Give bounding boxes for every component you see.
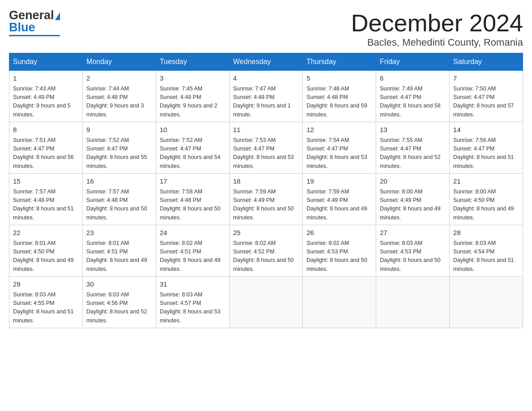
calendar-day-cell: 1Sunrise: 7:43 AMSunset: 4:49 PMDaylight… — [9, 71, 83, 122]
calendar-day-cell: 5Sunrise: 7:48 AMSunset: 4:48 PMDaylight… — [303, 71, 376, 122]
calendar-day-cell: 24Sunrise: 8:02 AMSunset: 4:51 PMDayligh… — [156, 225, 229, 277]
day-number: 10 — [160, 125, 226, 135]
day-number: 11 — [233, 125, 299, 135]
calendar-table: SundayMondayTuesdayWednesdayThursdayFrid… — [9, 53, 523, 328]
day-info: Sunrise: 7:43 AMSunset: 4:49 PMDaylight:… — [13, 85, 79, 120]
day-number: 29 — [13, 279, 79, 290]
calendar-day-cell: 7Sunrise: 7:50 AMSunset: 4:47 PMDaylight… — [450, 71, 523, 122]
calendar-day-cell: 17Sunrise: 7:58 AMSunset: 4:48 PMDayligh… — [156, 174, 229, 225]
weekday-header-wednesday: Wednesday — [229, 53, 303, 71]
weekday-header-thursday: Thursday — [303, 53, 376, 71]
calendar-week-row: 22Sunrise: 8:01 AMSunset: 4:50 PMDayligh… — [9, 225, 523, 277]
day-info: Sunrise: 7:49 AMSunset: 4:47 PMDaylight:… — [380, 85, 446, 120]
calendar-week-row: 15Sunrise: 7:57 AMSunset: 4:48 PMDayligh… — [9, 174, 523, 225]
calendar-day-cell — [376, 277, 450, 328]
day-number: 30 — [86, 279, 152, 290]
day-info: Sunrise: 7:48 AMSunset: 4:48 PMDaylight:… — [306, 85, 372, 120]
calendar-day-cell: 9Sunrise: 7:52 AMSunset: 4:47 PMDaylight… — [82, 122, 156, 174]
month-title: December 2024 — [351, 9, 523, 37]
weekday-header-friday: Friday — [376, 53, 450, 71]
day-info: Sunrise: 8:00 AMSunset: 4:50 PMDaylight:… — [453, 188, 519, 223]
page-header: General Blue December 2024 Bacles, Mehed… — [9, 9, 523, 48]
day-info: Sunrise: 7:52 AMSunset: 4:47 PMDaylight:… — [86, 136, 152, 171]
day-info: Sunrise: 8:03 AMSunset: 4:57 PMDaylight:… — [160, 291, 226, 325]
calendar-day-cell: 6Sunrise: 7:49 AMSunset: 4:47 PMDaylight… — [376, 71, 450, 122]
day-number: 8 — [13, 125, 79, 135]
day-number: 4 — [233, 73, 299, 84]
day-info: Sunrise: 8:03 AMSunset: 4:55 PMDaylight:… — [13, 291, 79, 325]
calendar-day-cell: 10Sunrise: 7:52 AMSunset: 4:47 PMDayligh… — [156, 122, 229, 174]
day-number: 24 — [160, 228, 226, 238]
day-info: Sunrise: 8:03 AMSunset: 4:53 PMDaylight:… — [380, 239, 446, 274]
day-info: Sunrise: 7:45 AMSunset: 4:48 PMDaylight:… — [160, 85, 226, 120]
calendar-day-cell: 12Sunrise: 7:54 AMSunset: 4:47 PMDayligh… — [303, 122, 376, 174]
weekday-header-monday: Monday — [82, 53, 156, 71]
day-number: 25 — [233, 228, 299, 238]
weekday-header-saturday: Saturday — [450, 53, 523, 71]
calendar-day-cell: 27Sunrise: 8:03 AMSunset: 4:53 PMDayligh… — [376, 225, 450, 277]
calendar-week-row: 8Sunrise: 7:51 AMSunset: 4:47 PMDaylight… — [9, 122, 523, 174]
day-number: 13 — [380, 125, 446, 135]
day-number: 23 — [86, 228, 152, 238]
calendar-day-cell: 22Sunrise: 8:01 AMSunset: 4:50 PMDayligh… — [9, 225, 83, 277]
day-info: Sunrise: 8:02 AMSunset: 4:53 PMDaylight:… — [306, 239, 372, 274]
calendar-day-cell: 13Sunrise: 7:55 AMSunset: 4:47 PMDayligh… — [376, 122, 450, 174]
day-number: 26 — [306, 228, 372, 238]
calendar-day-cell: 26Sunrise: 8:02 AMSunset: 4:53 PMDayligh… — [303, 225, 376, 277]
day-info: Sunrise: 8:02 AMSunset: 4:51 PMDaylight:… — [160, 239, 226, 274]
calendar-day-cell: 23Sunrise: 8:01 AMSunset: 4:51 PMDayligh… — [82, 225, 156, 277]
calendar-day-cell: 16Sunrise: 7:57 AMSunset: 4:48 PMDayligh… — [82, 174, 156, 225]
logo-blue-text: Blue — [9, 21, 35, 34]
day-number: 31 — [160, 279, 226, 290]
day-info: Sunrise: 8:03 AMSunset: 4:54 PMDaylight:… — [453, 239, 519, 274]
day-number: 5 — [306, 73, 372, 84]
day-info: Sunrise: 7:56 AMSunset: 4:47 PMDaylight:… — [453, 136, 519, 171]
day-info: Sunrise: 7:57 AMSunset: 4:48 PMDaylight:… — [13, 188, 79, 223]
day-info: Sunrise: 8:00 AMSunset: 4:49 PMDaylight:… — [380, 188, 446, 223]
day-info: Sunrise: 7:59 AMSunset: 4:49 PMDaylight:… — [233, 188, 299, 223]
calendar-day-cell: 15Sunrise: 7:57 AMSunset: 4:48 PMDayligh… — [9, 174, 83, 225]
logo: General Blue — [9, 9, 60, 36]
day-info: Sunrise: 8:01 AMSunset: 4:50 PMDaylight:… — [13, 239, 79, 274]
calendar-day-cell: 30Sunrise: 8:03 AMSunset: 4:56 PMDayligh… — [82, 277, 156, 328]
calendar-day-cell — [229, 277, 303, 328]
day-number: 22 — [13, 228, 79, 238]
day-number: 20 — [380, 176, 446, 187]
day-info: Sunrise: 7:54 AMSunset: 4:47 PMDaylight:… — [306, 136, 372, 171]
calendar-week-row: 29Sunrise: 8:03 AMSunset: 4:55 PMDayligh… — [9, 277, 523, 328]
day-info: Sunrise: 7:58 AMSunset: 4:48 PMDaylight:… — [160, 188, 226, 223]
weekday-header-tuesday: Tuesday — [156, 53, 229, 71]
day-info: Sunrise: 7:59 AMSunset: 4:49 PMDaylight:… — [306, 188, 372, 223]
day-number: 1 — [13, 73, 79, 84]
calendar-day-cell: 14Sunrise: 7:56 AMSunset: 4:47 PMDayligh… — [450, 122, 523, 174]
day-info: Sunrise: 7:47 AMSunset: 4:48 PMDaylight:… — [233, 85, 299, 120]
calendar-week-row: 1Sunrise: 7:43 AMSunset: 4:49 PMDaylight… — [9, 71, 523, 122]
day-info: Sunrise: 7:52 AMSunset: 4:47 PMDaylight:… — [160, 136, 226, 171]
day-info: Sunrise: 8:01 AMSunset: 4:51 PMDaylight:… — [86, 239, 152, 274]
calendar-day-cell: 21Sunrise: 8:00 AMSunset: 4:50 PMDayligh… — [450, 174, 523, 225]
day-number: 2 — [86, 73, 152, 84]
day-number: 6 — [380, 73, 446, 84]
calendar-day-cell: 28Sunrise: 8:03 AMSunset: 4:54 PMDayligh… — [450, 225, 523, 277]
calendar-day-cell: 4Sunrise: 7:47 AMSunset: 4:48 PMDaylight… — [229, 71, 303, 122]
calendar-day-cell: 3Sunrise: 7:45 AMSunset: 4:48 PMDaylight… — [156, 71, 229, 122]
day-number: 14 — [453, 125, 519, 135]
day-number: 28 — [453, 228, 519, 238]
day-number: 16 — [86, 176, 152, 187]
weekday-header-sunday: Sunday — [9, 53, 83, 71]
day-number: 27 — [380, 228, 446, 238]
day-info: Sunrise: 7:50 AMSunset: 4:47 PMDaylight:… — [453, 85, 519, 120]
day-number: 9 — [86, 125, 152, 135]
calendar-day-cell: 2Sunrise: 7:44 AMSunset: 4:48 PMDaylight… — [82, 71, 156, 122]
calendar-day-cell: 18Sunrise: 7:59 AMSunset: 4:49 PMDayligh… — [229, 174, 303, 225]
day-info: Sunrise: 8:02 AMSunset: 4:52 PMDaylight:… — [233, 239, 299, 274]
logo-arrow-icon — [55, 12, 60, 20]
day-number: 18 — [233, 176, 299, 187]
day-info: Sunrise: 7:53 AMSunset: 4:47 PMDaylight:… — [233, 136, 299, 171]
calendar-day-cell — [450, 277, 523, 328]
calendar-day-cell — [303, 277, 376, 328]
day-info: Sunrise: 7:51 AMSunset: 4:47 PMDaylight:… — [13, 136, 79, 171]
day-number: 17 — [160, 176, 226, 187]
calendar-day-cell: 25Sunrise: 8:02 AMSunset: 4:52 PMDayligh… — [229, 225, 303, 277]
calendar-day-cell: 20Sunrise: 8:00 AMSunset: 4:49 PMDayligh… — [376, 174, 450, 225]
